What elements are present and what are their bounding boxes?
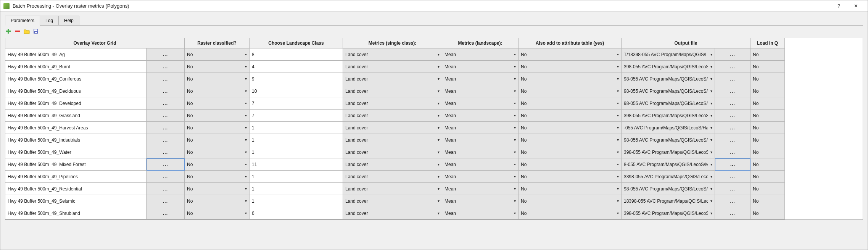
overlay-vector-grid[interactable]: Hwy 49 Buffer 500m_49_Deciduous — [5, 85, 147, 97]
output-file[interactable]: 98-055 AVC Program/Maps/QGIS/LecoS/Resid… — [622, 183, 715, 195]
output-browse-button[interactable]: ... — [715, 134, 750, 146]
output-browse-button[interactable]: ... — [715, 146, 750, 158]
landscape-class-input[interactable]: 1 — [250, 171, 343, 183]
add-attribute-select[interactable]: No — [519, 73, 622, 85]
raster-classified-select[interactable]: No — [185, 73, 250, 85]
add-attribute-select[interactable]: No — [519, 122, 622, 134]
load-in-qgis[interactable]: No — [750, 48, 785, 61]
overlay-browse-button[interactable]: ... — [147, 85, 185, 97]
output-file[interactable]: 3398-055 AVC Program/Maps/QGIS/LecoS/Pip… — [622, 171, 715, 183]
add-attribute-select[interactable]: No — [519, 195, 622, 207]
landscape-class-input[interactable]: 1 — [250, 146, 343, 158]
metrics-landscape-select[interactable]: Mean — [442, 73, 519, 85]
add-attribute-select[interactable]: No — [519, 110, 622, 122]
output-file[interactable]: 398-055 AVC Program/Maps/QGIS/LecoS/Gras… — [622, 110, 715, 122]
overlay-browse-button[interactable]: ... — [147, 183, 185, 195]
overlay-browse-button[interactable]: ... — [147, 134, 185, 146]
output-browse-button[interactable]: ... — [715, 85, 750, 97]
overlay-vector-grid[interactable]: Hwy 49 Buffer 500m_49_Indsutrials — [5, 134, 147, 146]
output-file[interactable]: 18398-055 AVC Program/Maps/QGIS/LecoS/Se… — [622, 195, 715, 207]
landscape-class-input[interactable]: 7 — [250, 110, 343, 122]
load-in-qgis[interactable]: No — [750, 73, 785, 85]
overlay-vector-grid[interactable]: Hwy 49 Buffer 500m_49_Mixed Forest — [5, 158, 147, 171]
raster-classified-select[interactable]: No — [185, 85, 250, 97]
output-file[interactable]: 398-055 AVC Program/Maps/QGIS/LecoS/Mine… — [622, 146, 715, 158]
landscape-class-input[interactable]: 6 — [250, 207, 343, 219]
metrics-single-select[interactable]: Land cover — [343, 146, 442, 158]
overlay-vector-grid[interactable]: Hwy 49 Buffer 500m_49_Pipelines — [5, 171, 147, 183]
overlay-vector-grid[interactable]: Hwy 49 Buffer 500m_49_Developed — [5, 97, 147, 110]
metrics-landscape-select[interactable]: Mean — [442, 85, 519, 97]
raster-classified-select[interactable]: No — [185, 171, 250, 183]
tab-log[interactable]: Log — [40, 16, 59, 25]
overlay-browse-button[interactable]: ... — [147, 146, 185, 158]
overlay-browse-button[interactable]: ... — [147, 158, 185, 171]
metrics-single-select[interactable]: Land cover — [343, 158, 442, 171]
add-attribute-select[interactable]: No — [519, 134, 622, 146]
load-in-qgis[interactable]: No — [750, 97, 785, 110]
add-attribute-select[interactable]: No — [519, 171, 622, 183]
load-in-qgis[interactable]: No — [750, 122, 785, 134]
add-attribute-select[interactable]: No — [519, 183, 622, 195]
close-button[interactable]: ✕ — [847, 1, 865, 11]
raster-classified-select[interactable]: No — [185, 110, 250, 122]
metrics-landscape-select[interactable]: Mean — [442, 183, 519, 195]
output-browse-button[interactable]: ... — [715, 183, 750, 195]
output-browse-button[interactable]: ... — [715, 207, 750, 219]
output-browse-button[interactable]: ... — [715, 171, 750, 183]
output-browse-button[interactable]: ... — [715, 61, 750, 73]
output-browse-button[interactable]: ... — [715, 97, 750, 110]
add-attribute-select[interactable]: No — [519, 85, 622, 97]
output-file[interactable]: 98-055 AVC Program/Maps/QGIS/LecoS/Decid… — [622, 85, 715, 97]
metrics-single-select[interactable]: Land cover — [343, 183, 442, 195]
overlay-vector-grid[interactable]: Hwy 49 Buffer 500m_49_Seismic — [5, 195, 147, 207]
overlay-browse-button[interactable]: ... — [147, 97, 185, 110]
raster-classified-select[interactable]: No — [185, 122, 250, 134]
landscape-class-input[interactable]: 1 — [250, 134, 343, 146]
output-browse-button[interactable]: ... — [715, 48, 750, 61]
landscape-class-input[interactable]: 1 — [250, 183, 343, 195]
metrics-landscape-select[interactable]: Mean — [442, 61, 519, 73]
remove-row-icon[interactable] — [14, 28, 21, 35]
raster-classified-select[interactable]: No — [185, 158, 250, 171]
load-in-qgis[interactable]: No — [750, 171, 785, 183]
output-browse-button[interactable]: ... — [715, 110, 750, 122]
raster-classified-select[interactable]: No — [185, 183, 250, 195]
landscape-class-input[interactable]: 1 — [250, 195, 343, 207]
metrics-landscape-select[interactable]: Mean — [442, 158, 519, 171]
add-row-icon[interactable] — [5, 28, 12, 35]
landscape-class-input[interactable]: 7 — [250, 97, 343, 110]
output-browse-button[interactable]: ... — [715, 122, 750, 134]
metrics-landscape-select[interactable]: Mean — [442, 122, 519, 134]
add-attribute-select[interactable]: No — [519, 207, 622, 219]
output-file[interactable]: -055 AVC Program/Maps/QGIS/LecoS/Harvest… — [622, 122, 715, 134]
save-icon[interactable] — [32, 28, 39, 35]
metrics-landscape-select[interactable]: Mean — [442, 97, 519, 110]
overlay-browse-button[interactable]: ... — [147, 207, 185, 219]
output-file[interactable]: 8-055 AVC Program/Maps/QGIS/LecoS/MixedF… — [622, 158, 715, 171]
overlay-vector-grid[interactable]: Hwy 49 Buffer 500m_49_Harvest Areas — [5, 122, 147, 134]
load-in-qgis[interactable]: No — [750, 146, 785, 158]
metrics-landscape-select[interactable]: Mean — [442, 134, 519, 146]
metrics-single-select[interactable]: Land cover — [343, 122, 442, 134]
metrics-landscape-select[interactable]: Mean — [442, 195, 519, 207]
output-file[interactable]: 398-055 AVC Program/Maps/QGIS/LecoS/Shru… — [622, 207, 715, 219]
load-in-qgis[interactable]: No — [750, 110, 785, 122]
overlay-browse-button[interactable]: ... — [147, 195, 185, 207]
metrics-landscape-select[interactable]: Mean — [442, 110, 519, 122]
output-browse-button[interactable]: ... — [715, 73, 750, 85]
load-in-qgis[interactable]: No — [750, 61, 785, 73]
overlay-browse-button[interactable]: ... — [147, 48, 185, 61]
metrics-single-select[interactable]: Land cover — [343, 195, 442, 207]
help-button[interactable]: ? — [830, 1, 847, 11]
load-in-qgis[interactable]: No — [750, 134, 785, 146]
landscape-class-input[interactable]: 11 — [250, 158, 343, 171]
output-file[interactable]: 98-055 AVC Program/Maps/QGIS/LecoS/Conif… — [622, 73, 715, 85]
add-attribute-select[interactable]: No — [519, 97, 622, 110]
landscape-class-input[interactable]: 8 — [250, 48, 343, 61]
raster-classified-select[interactable]: No — [185, 207, 250, 219]
overlay-vector-grid[interactable]: Hwy 49 Buffer 500m_49_Shrubland — [5, 207, 147, 219]
add-attribute-select[interactable]: No — [519, 48, 622, 61]
metrics-landscape-select[interactable]: Mean — [442, 146, 519, 158]
add-attribute-select[interactable]: No — [519, 158, 622, 171]
